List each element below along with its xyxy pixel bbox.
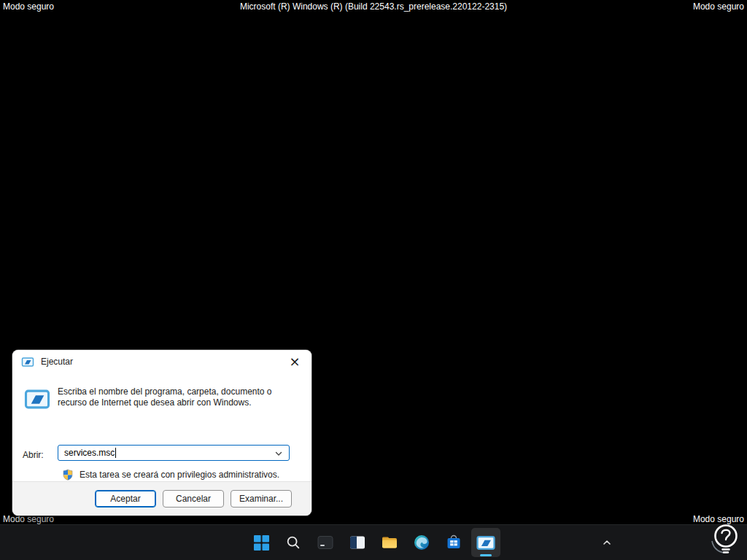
close-icon[interactable]: × [278,350,311,373]
run-app-icon [476,534,495,551]
lightbulb-logo-icon [705,518,746,559]
safe-mode-label-top-left: Modo seguro [3,1,54,12]
chevron-down-icon[interactable] [273,448,285,459]
dialog-description: Escriba el nombre del programa, carpeta,… [58,386,294,408]
store-button[interactable] [439,528,468,557]
run-icon [21,357,34,368]
start-button[interactable] [247,528,276,557]
dialog-title: Ejecutar [41,357,73,367]
task-view-icon [349,534,365,551]
chevron-up-icon [601,537,613,548]
browse-button[interactable]: Examinar... [231,490,292,508]
search-icon [285,534,301,551]
admin-note-row: Esta tarea se creará con privilegios adm… [62,469,279,481]
search-button[interactable] [279,528,308,557]
active-app-indicator [480,554,492,556]
dark-window-icon [317,534,333,551]
folder-icon [381,534,398,551]
store-icon [445,534,462,551]
open-combobox-value: services.msc [64,448,115,458]
uac-shield-icon [62,469,74,481]
edge-button[interactable] [407,528,436,557]
windows-logo-icon [254,535,269,551]
taskbar [0,524,747,560]
run-icon-large [24,388,50,411]
run-dialog-footer: Aceptar Cancelar Examinar... [12,481,311,516]
run-app-button[interactable] [471,528,500,557]
task-view-button[interactable] [343,528,372,557]
text-caret [115,448,116,458]
run-dialog-titlebar: Ejecutar × [12,350,311,373]
ok-button[interactable]: Aceptar [95,490,156,508]
admin-note-text: Esta tarea se creará con privilegios adm… [80,470,279,480]
file-explorer-button[interactable] [375,528,404,557]
windows-build-label: Microsoft (R) Windows (R) (Build 22543.r… [240,1,507,12]
taskbar-icon-group [247,528,500,557]
run-dialog-body: Escriba el nombre del programa, carpeta,… [12,373,311,481]
run-dialog: Ejecutar × Escriba el nombre del program… [12,350,311,516]
safe-mode-label-bottom-left: Modo seguro [3,514,54,524]
open-label: Abrir: [23,450,44,460]
open-combobox[interactable]: services.msc [58,445,290,461]
edge-icon [413,534,430,551]
taskbar-overflow-button[interactable] [595,528,619,557]
safe-mode-label-top-right: Modo seguro [693,1,744,12]
cancel-button[interactable]: Cancelar [163,490,224,508]
taskbar-app-dark-window[interactable] [311,528,340,557]
